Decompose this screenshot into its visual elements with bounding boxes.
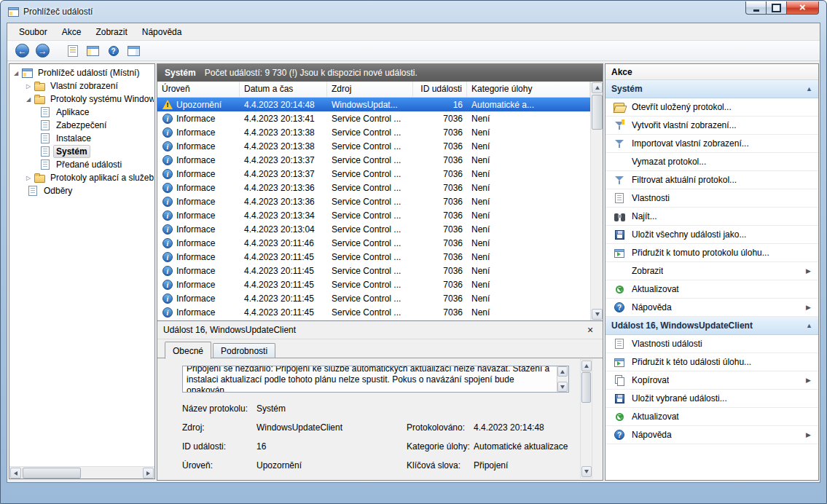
export-list-button[interactable] xyxy=(63,42,82,60)
tree-item-odb-ry[interactable]: Odběry xyxy=(10,184,154,197)
column-header-kategorie-lohy[interactable]: Kategorie úlohy xyxy=(467,82,590,97)
event-row[interactable]: Informace4.4.2023 20:13:37Service Contro… xyxy=(157,153,603,167)
tree-item-prohl-e-ud-lost-m-stn[interactable]: ◢Prohlížeč událostí (Místní) xyxy=(10,66,154,79)
event-row[interactable]: Informace4.4.2023 20:13:38Service Contro… xyxy=(157,125,603,139)
event-row[interactable]: Informace4.4.2023 20:13:41Service Contro… xyxy=(157,111,603,125)
menu-akce[interactable]: Akce xyxy=(55,25,89,39)
back-button[interactable] xyxy=(13,42,31,60)
action-pane-icon xyxy=(128,46,140,56)
collapse-node-icon[interactable]: ◢ xyxy=(24,96,33,103)
event-row[interactable]: Informace4.4.2023 20:13:38Service Contro… xyxy=(157,139,603,153)
action-n-pov-da[interactable]: Nápověda▶ xyxy=(605,299,818,317)
action-aktualizovat[interactable]: Aktualizovat xyxy=(605,280,818,299)
tree-item-vlastn-zobrazen[interactable]: ▷Vlastní zobrazení xyxy=(10,79,154,92)
open-folder-icon xyxy=(614,103,625,112)
event-row[interactable]: Informace4.4.2023 20:13:36Service Contro… xyxy=(157,181,603,194)
event-source: Service Control ... xyxy=(327,280,413,290)
minimize-button[interactable] xyxy=(745,1,767,15)
expand-node-icon[interactable]: ▷ xyxy=(24,175,33,181)
event-row[interactable]: Upozornění4.4.2023 20:14:48WindowsUpdat.… xyxy=(157,98,603,111)
help-button[interactable] xyxy=(104,42,122,60)
tree-item-zabezpe-en[interactable]: Zabezpečení xyxy=(10,119,154,132)
titlebar[interactable]: Prohlížeč událostí xyxy=(1,1,826,23)
console-tree-toggle-button[interactable] xyxy=(84,42,102,60)
field-label: Klíčová slova: xyxy=(407,460,474,470)
scroll-left-button[interactable] xyxy=(10,468,21,479)
event-row[interactable]: Informace4.4.2023 20:13:36Service Contro… xyxy=(157,194,603,208)
event-row[interactable]: Informace4.4.2023 20:11:45Service Contro… xyxy=(157,250,603,264)
scroll-down-button[interactable] xyxy=(581,466,592,477)
tree-item-p-edan-ud-losti[interactable]: Předané události xyxy=(10,158,154,171)
action-n-pov-da[interactable]: Nápověda▶ xyxy=(605,426,818,444)
event-level: Informace xyxy=(176,114,215,124)
column-header-zdroj[interactable]: Zdroj xyxy=(327,82,413,97)
collapse-node-icon[interactable]: ◢ xyxy=(12,70,20,76)
action-vymazat-protokol[interactable]: Vymazat protokol... xyxy=(605,153,818,171)
column-header-id-ud-losti[interactable]: ID události xyxy=(413,82,467,97)
tree-item-aplikace[interactable]: Aplikace xyxy=(10,106,154,119)
action-naj-t[interactable]: Najít... xyxy=(605,208,818,226)
action-importovat-vlastn-zobrazen[interactable]: Importovat vlastní zobrazení... xyxy=(605,135,818,153)
console-tree-icon xyxy=(87,46,99,56)
scroll-thumb[interactable] xyxy=(581,372,591,403)
scroll-thumb[interactable] xyxy=(23,468,81,479)
action-zobrazit[interactable]: Zobrazit▶ xyxy=(605,262,818,280)
forward-button[interactable] xyxy=(34,42,52,60)
action-kop-rovat[interactable]: Kopírovat▶ xyxy=(605,371,818,390)
action-vlastnosti[interactable]: Vlastnosti xyxy=(605,189,818,208)
menu-soubor[interactable]: Soubor xyxy=(12,25,55,39)
scroll-up-button[interactable] xyxy=(581,361,592,371)
expand-node-icon[interactable]: ▷ xyxy=(24,83,33,90)
tree-item-protokoly-syst-mu-windows[interactable]: ◢Protokoly systému Windows xyxy=(10,92,154,106)
action-p-idru-it-k-t-to-ud-losti-lohu[interactable]: Přidružit k této události úlohu... xyxy=(605,353,818,371)
event-row[interactable]: Informace4.4.2023 20:11:45Service Contro… xyxy=(157,305,603,319)
menu-zobrazit[interactable]: Zobrazit xyxy=(88,25,134,39)
scroll-up-button[interactable] xyxy=(557,366,568,377)
description-scrollbar[interactable] xyxy=(557,366,568,392)
action-pane-toggle-button[interactable] xyxy=(125,42,143,60)
event-row[interactable]: Informace4.4.2023 20:11:46Service Contro… xyxy=(157,236,603,250)
action-vlastnosti-ud-losti[interactable]: Vlastnosti události xyxy=(605,335,818,353)
collapse-section-icon[interactable]: ▲ xyxy=(806,322,812,329)
collapse-section-icon[interactable]: ▲ xyxy=(806,85,812,92)
scroll-down-button[interactable] xyxy=(557,382,568,392)
tree-item-protokoly-aplikac-a-slu-eb[interactable]: ▷Protokoly aplikací a služeb xyxy=(10,171,154,184)
tab-podrobnosti[interactable]: Podrobnosti xyxy=(213,343,275,358)
column-header-datum-a-as[interactable]: Datum a čas xyxy=(240,82,327,97)
scroll-down-button[interactable] xyxy=(592,309,603,320)
scroll-up-button[interactable] xyxy=(592,82,603,93)
event-row[interactable]: Informace4.4.2023 20:11:45Service Contro… xyxy=(157,264,603,277)
event-description-box[interactable]: Připojení se nezdařilo: Připojení ke slu… xyxy=(182,366,569,393)
action-aktualizovat[interactable]: Aktualizovat xyxy=(605,408,818,426)
column-header-rove[interactable]: Úroveň xyxy=(157,82,240,97)
event-row[interactable]: Informace4.4.2023 20:13:04Service Contro… xyxy=(157,222,603,236)
action-otev-t-ulo-en-protokol[interactable]: Otevřít uložený protokol... xyxy=(605,98,818,117)
close-preview-icon[interactable]: × xyxy=(584,324,597,336)
tree-item-instalace[interactable]: Instalace xyxy=(10,132,154,145)
action-filtrovat-aktu-ln-protokol[interactable]: Filtrovat aktuální protokol... xyxy=(605,171,818,189)
tab-obecn[interactable]: Obecné xyxy=(165,342,211,359)
action-p-idru-it-k-tomuto-protokolu-lohu[interactable]: Přidružit k tomuto protokolu úlohu... xyxy=(605,244,818,262)
preview-scrollbar[interactable] xyxy=(580,359,592,479)
event-row[interactable]: Informace4.4.2023 20:11:45Service Contro… xyxy=(157,277,603,291)
action-ulo-it-vybran-ud-losti[interactable]: Uložit vybrané události... xyxy=(605,390,818,408)
event-level: Upozornění xyxy=(176,100,222,110)
action-section-syst-m[interactable]: Systém▲ xyxy=(605,80,818,98)
maximize-button[interactable] xyxy=(766,1,787,15)
action-ulo-it-v-echny-ud-losti-jako[interactable]: Uložit všechny události jako... xyxy=(605,226,818,244)
menu-napoveda[interactable]: Nápověda xyxy=(135,25,189,39)
no-icon xyxy=(613,157,626,167)
horizontal-scrollbar[interactable] xyxy=(9,466,154,479)
tree-item-syst-m[interactable]: Systém xyxy=(10,145,154,158)
action-vytvo-it-vlastn-zobrazen[interactable]: Vytvořit vlastní zobrazení... xyxy=(605,117,818,135)
event-row[interactable]: Informace4.4.2023 20:13:37Service Contro… xyxy=(157,167,603,181)
action-section-ud-lost-16-windowsupdateclient[interactable]: Událost 16, WindowsUpdateClient▲ xyxy=(605,317,818,335)
scroll-thumb[interactable] xyxy=(592,95,603,130)
copy-icon xyxy=(614,375,624,385)
event-id: 7036 xyxy=(413,210,467,221)
scroll-right-button[interactable] xyxy=(143,468,154,479)
event-row[interactable]: Informace4.4.2023 20:13:34Service Contro… xyxy=(157,208,603,222)
event-row[interactable]: Informace4.4.2023 20:11:45Service Contro… xyxy=(157,291,603,305)
close-button[interactable] xyxy=(786,1,819,15)
vertical-scrollbar[interactable] xyxy=(590,82,603,320)
